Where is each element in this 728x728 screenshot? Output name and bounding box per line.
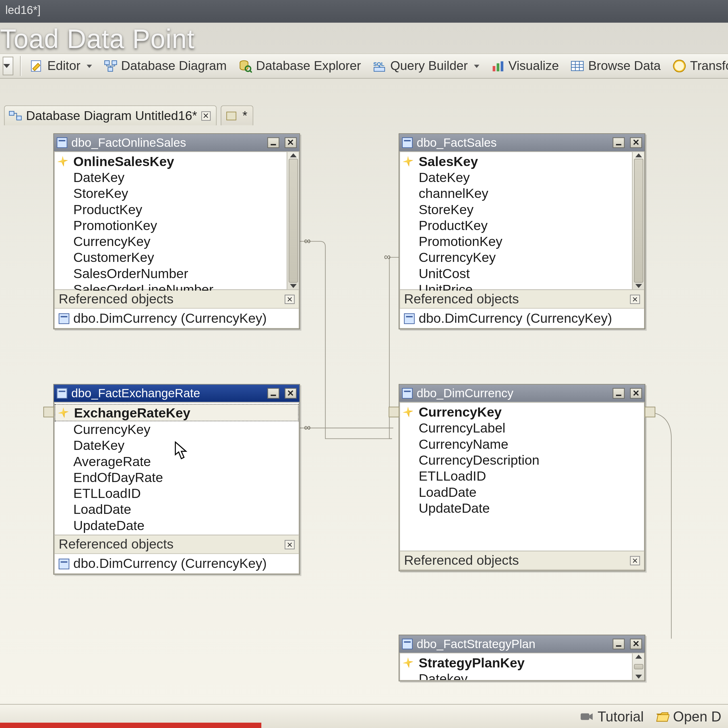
column[interactable]: UnitPrice xyxy=(400,281,644,291)
minimize-button[interactable] xyxy=(613,639,624,650)
browse-data-button[interactable]: Browse Data xyxy=(565,55,667,77)
column[interactable]: ETLLoadID xyxy=(400,468,644,484)
column[interactable]: SalesOrderNumber xyxy=(55,265,298,281)
database-diagram-button[interactable]: Database Diagram xyxy=(98,55,233,77)
referenced-item[interactable]: dbo.DimCurrency (CurrencyKey) xyxy=(55,309,298,328)
referenced-item[interactable]: dbo.DimCurrency (CurrencyKey) xyxy=(55,554,298,573)
column[interactable]: UpdateDate xyxy=(55,517,298,533)
column[interactable]: PromotionKey xyxy=(55,217,298,233)
column[interactable]: LoadDate xyxy=(400,484,644,500)
query-builder-button[interactable]: SQL Query Builder xyxy=(367,55,485,77)
column[interactable]: CurrencyKey xyxy=(400,249,644,265)
close-icon[interactable]: ✕ xyxy=(630,556,640,565)
table-titlebar[interactable]: dbo_FactExchangeRate ✕ xyxy=(54,385,300,402)
editor-button[interactable]: Editor xyxy=(24,55,98,77)
minimize-button[interactable] xyxy=(613,138,624,148)
column-list[interactable]: SalesKey DateKey channelKey StoreKey Pro… xyxy=(399,151,645,290)
referenced-item[interactable]: dbo.DimCurrency (CurrencyKey) xyxy=(400,309,644,328)
open-link[interactable]: Open D xyxy=(656,708,722,724)
close-button[interactable]: ✕ xyxy=(284,138,297,148)
close-button[interactable]: ✕ xyxy=(630,138,642,148)
tab-secondary[interactable]: * xyxy=(220,105,253,125)
column[interactable]: CustomerKey xyxy=(55,249,298,265)
scroll-up-icon[interactable] xyxy=(635,153,642,157)
column[interactable]: Datekey xyxy=(400,671,644,680)
table-icon xyxy=(57,388,67,399)
svg-rect-17 xyxy=(9,111,14,115)
minimize-button[interactable] xyxy=(267,138,279,148)
scroll-up-icon[interactable] xyxy=(635,655,642,659)
column-pk[interactable]: StrategyPlanKey xyxy=(400,655,644,671)
column[interactable]: ProductKey xyxy=(400,217,644,233)
scroll-thumb[interactable] xyxy=(633,159,643,283)
minimize-button[interactable] xyxy=(613,388,624,399)
close-button[interactable]: ✕ xyxy=(630,639,642,650)
column[interactable]: DateKey xyxy=(400,169,644,185)
table-dim-currency[interactable]: dbo_DimCurrency ✕ CurrencyKey CurrencyLa… xyxy=(399,384,645,571)
scroll-down-icon[interactable] xyxy=(635,674,642,679)
scrollbar[interactable] xyxy=(632,152,644,289)
svg-text:SQL: SQL xyxy=(374,61,385,67)
column-list[interactable]: OnlineSalesKey DateKey StoreKey ProductK… xyxy=(54,151,300,290)
column[interactable]: LoadDate xyxy=(55,502,298,517)
visualize-button[interactable]: Visualize xyxy=(485,55,565,77)
table-fact-exchange-rate[interactable]: dbo_FactExchangeRate ✕ ExchangeRateKey C… xyxy=(54,384,300,574)
tab-diagram-untitled16[interactable]: Database Diagram Untitled16* ✕ xyxy=(4,105,216,125)
table-icon xyxy=(404,313,415,324)
column[interactable]: UpdateDate xyxy=(400,500,644,516)
close-button[interactable]: ✕ xyxy=(630,388,642,399)
column[interactable]: CurrencyName xyxy=(400,436,644,452)
scroll-thumb[interactable] xyxy=(633,664,643,669)
column[interactable]: StoreKey xyxy=(400,201,644,217)
column-pk[interactable]: ExchangeRateKey xyxy=(55,404,298,421)
column[interactable]: channelKey xyxy=(400,185,644,201)
table-titlebar[interactable]: dbo_DimCurrency ✕ xyxy=(399,385,645,402)
scroll-down-icon[interactable] xyxy=(635,284,642,288)
document-tab-strip: Database Diagram Untitled16* ✕ * xyxy=(4,105,253,125)
column[interactable]: StoreKey xyxy=(55,185,298,201)
minimize-button[interactable] xyxy=(267,388,279,399)
close-icon[interactable]: ✕ xyxy=(284,540,295,549)
table-titlebar[interactable]: dbo_FactOnlineSales ✕ xyxy=(54,134,300,151)
column-pk[interactable]: OnlineSalesKey xyxy=(55,153,298,169)
database-explorer-button[interactable]: Database Explorer xyxy=(232,55,367,77)
connection-dropdown[interactable] xyxy=(3,57,13,75)
column-list[interactable]: CurrencyKey CurrencyLabel CurrencyName C… xyxy=(399,402,645,551)
column[interactable]: ETLLoadID xyxy=(55,485,298,502)
close-button[interactable]: ✕ xyxy=(284,388,297,399)
svg-rect-2 xyxy=(112,61,116,64)
close-icon[interactable]: ✕ xyxy=(201,111,210,121)
table-fact-sales[interactable]: dbo_FactSales ✕ SalesKey DateKey channel… xyxy=(399,133,645,329)
column-pk[interactable]: SalesKey xyxy=(400,153,644,169)
column[interactable]: CurrencyKey xyxy=(55,421,298,437)
column[interactable]: DateKey xyxy=(55,169,298,185)
column[interactable]: UnitCost xyxy=(400,265,644,281)
scroll-down-icon[interactable] xyxy=(290,284,296,288)
referenced-text: dbo.DimCurrency (CurrencyKey) xyxy=(419,310,612,326)
table-titlebar[interactable]: dbo_FactStrategyPlan ✕ xyxy=(399,635,645,653)
column[interactable]: SalesOrderLineNumber xyxy=(55,281,298,291)
column[interactable]: ProductKey xyxy=(55,201,298,217)
column[interactable]: CurrencyDescription xyxy=(400,452,644,468)
close-icon[interactable]: ✕ xyxy=(284,294,295,304)
scrollbar[interactable] xyxy=(632,653,644,680)
diagram-canvas[interactable]: Database Diagram Untitled16* ✕ * ∞ ∞ ∞ d… xyxy=(0,79,728,728)
tutorial-link[interactable]: Tutorial xyxy=(580,708,644,724)
column[interactable]: CurrencyKey xyxy=(55,234,298,249)
table-icon xyxy=(402,388,413,399)
column-list[interactable]: ExchangeRateKey CurrencyKey DateKey Aver… xyxy=(54,402,300,535)
table-fact-online-sales[interactable]: dbo_FactOnlineSales ✕ OnlineSalesKey Dat… xyxy=(54,133,300,329)
table-title: dbo_FactOnlineSales xyxy=(71,136,186,150)
table-fact-strategy-plan[interactable]: dbo_FactStrategyPlan ✕ StrategyPlanKey D… xyxy=(399,635,645,681)
column-pk[interactable]: CurrencyKey xyxy=(400,404,644,420)
column[interactable]: EndOfDayRate xyxy=(55,469,298,485)
scroll-thumb[interactable] xyxy=(288,159,298,283)
scroll-up-icon[interactable] xyxy=(290,153,296,157)
column[interactable]: PromotionKey xyxy=(400,234,644,249)
scrollbar[interactable] xyxy=(287,152,298,289)
column[interactable]: CurrencyLabel xyxy=(400,420,644,436)
transform-button[interactable]: Transform xyxy=(667,55,728,77)
close-icon[interactable]: ✕ xyxy=(630,294,640,304)
table-titlebar[interactable]: dbo_FactSales ✕ xyxy=(399,134,645,151)
column-list[interactable]: StrategyPlanKey Datekey xyxy=(399,653,645,681)
